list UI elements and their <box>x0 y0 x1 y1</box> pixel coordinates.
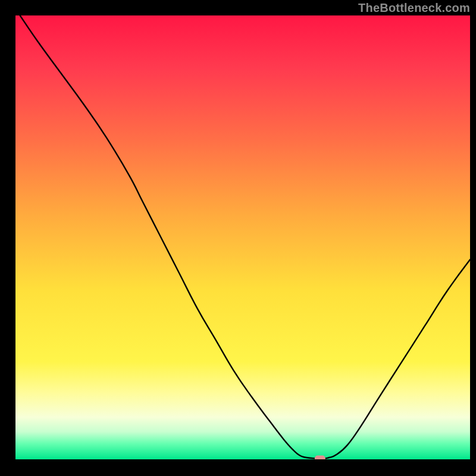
plot-background <box>15 15 470 459</box>
watermark-text: TheBottleneck.com <box>358 1 470 15</box>
bottleneck-chart <box>0 0 476 476</box>
chart-stage: TheBottleneck.com <box>0 0 476 476</box>
optimal-point-marker <box>315 456 325 462</box>
